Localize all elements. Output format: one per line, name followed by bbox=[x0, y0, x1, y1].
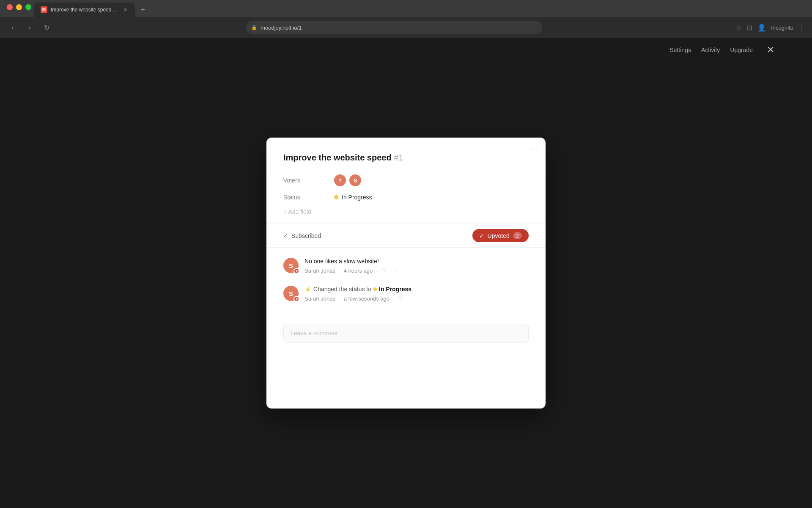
status-change-new-value: In Progress bbox=[379, 286, 411, 293]
modal-menu-button[interactable]: ··· bbox=[530, 144, 539, 153]
upvote-button[interactable]: ✓ Upvoted 2 bbox=[472, 229, 529, 242]
check-icon: ✓ bbox=[283, 232, 288, 239]
add-field-button[interactable]: + Add field bbox=[283, 208, 529, 215]
voters-value: ? S bbox=[334, 174, 361, 186]
minimize-traffic-light[interactable] bbox=[16, 4, 22, 10]
address-bar[interactable]: 🔒 moodjoy.nolt.io/1 bbox=[246, 21, 542, 34]
tab-favicon: M bbox=[41, 6, 47, 13]
tab-bar: M Improve the website speed · M... ✕ + bbox=[0, 0, 812, 17]
status-field-row: Status In Progress bbox=[283, 194, 529, 201]
heart-button[interactable]: ♡ bbox=[381, 267, 387, 274]
meta-separator: · bbox=[393, 295, 395, 302]
split-view-icon[interactable]: ⊡ bbox=[747, 24, 752, 32]
forward-button[interactable]: › bbox=[24, 22, 36, 33]
comment-item: S ★ No one likes a slow website! Sarah J… bbox=[283, 258, 529, 274]
issue-id: #1 bbox=[394, 153, 403, 162]
meta-separator: · bbox=[339, 295, 340, 302]
upvoted-label: Upvoted bbox=[488, 232, 510, 239]
more-options-icon[interactable]: ⋮ bbox=[798, 24, 805, 32]
status-value[interactable]: In Progress bbox=[334, 194, 372, 201]
browser-chrome: M Improve the website speed · M... ✕ + ‹… bbox=[0, 0, 812, 38]
heart-button[interactable]: ♡ bbox=[398, 295, 403, 302]
comment-author: Sarah Jonas bbox=[304, 295, 335, 302]
close-traffic-light[interactable] bbox=[7, 4, 13, 10]
omnibox-actions: ☆ ⊡ 👤 Incognito ⋮ bbox=[736, 24, 805, 32]
avatar-badge-icon: ★ bbox=[294, 296, 299, 302]
meta-separator: · bbox=[376, 268, 378, 274]
status-dot-sm-icon bbox=[373, 287, 377, 291]
meta-separator: · bbox=[339, 268, 340, 274]
meta-separator: · bbox=[390, 268, 392, 274]
voter-unknown-avatar[interactable]: ? bbox=[334, 174, 346, 186]
status-change-prefix: Changed the status to bbox=[313, 286, 371, 293]
tab-close-button[interactable]: ✕ bbox=[122, 6, 129, 13]
voters-label: Voters bbox=[283, 177, 334, 184]
lock-icon: 🔒 bbox=[251, 25, 257, 30]
comment-more-button[interactable]: ··· bbox=[395, 267, 400, 274]
profile-icon[interactable]: 👤 bbox=[757, 24, 766, 32]
comment-body: ⚡ Changed the status to In Progress Sara… bbox=[304, 286, 529, 302]
comment-body: No one likes a slow website! Sarah Jonas… bbox=[304, 258, 529, 274]
modal-overlay: ··· Improve the website speed #1 Voters … bbox=[0, 38, 812, 508]
comment-input-wrap bbox=[266, 324, 546, 356]
comment-input[interactable] bbox=[283, 324, 529, 342]
subscribed-label: Subscribed bbox=[291, 232, 321, 239]
status-dot-icon bbox=[334, 195, 338, 199]
action-bar: ✓ Subscribed ✓ Upvoted 2 bbox=[266, 224, 546, 248]
comment-item: S ★ ⚡ Changed the status to In Progress … bbox=[283, 286, 529, 302]
maximize-traffic-light[interactable] bbox=[25, 4, 31, 10]
incognito-label: Incognito bbox=[771, 25, 793, 31]
subscribed-button[interactable]: ✓ Subscribed bbox=[283, 232, 321, 239]
avatar-badge-icon: ★ bbox=[294, 268, 299, 274]
issue-title: Improve the website speed #1 bbox=[283, 153, 529, 163]
voter-s-avatar[interactable]: S bbox=[349, 174, 361, 186]
issue-modal: ··· Improve the website speed #1 Voters … bbox=[266, 138, 546, 409]
comment-text: No one likes a slow website! bbox=[304, 258, 529, 265]
status-text: In Progress bbox=[342, 194, 372, 201]
bookmark-icon[interactable]: ☆ bbox=[736, 24, 742, 32]
voters-field-row: Voters ? S bbox=[283, 174, 529, 186]
status-change-text: ⚡ Changed the status to In Progress bbox=[304, 286, 529, 293]
url-text: moodjoy.nolt.io/1 bbox=[261, 25, 537, 31]
comment-meta: Sarah Jonas · a few seconds ago · ♡ bbox=[304, 295, 529, 302]
comment-avatar-wrap: S ★ bbox=[283, 258, 299, 274]
modal-content: Improve the website speed #1 Voters ? S … bbox=[266, 138, 546, 215]
comment-avatar-wrap: S ★ bbox=[283, 286, 299, 302]
status-label: Status bbox=[283, 194, 334, 201]
comment-time: a few seconds ago bbox=[344, 295, 390, 302]
back-button[interactable]: ‹ bbox=[7, 22, 19, 33]
omnibox-bar: ‹ › ↻ 🔒 moodjoy.nolt.io/1 ☆ ⊡ 👤 Incognit… bbox=[0, 17, 812, 38]
upvote-count: 2 bbox=[513, 232, 522, 239]
new-tab-button[interactable]: + bbox=[137, 4, 149, 16]
comment-meta: Sarah Jonas · 4 hours ago · ♡ · ··· bbox=[304, 267, 529, 274]
comment-time: 4 hours ago bbox=[344, 268, 373, 274]
comments-section: S ★ No one likes a slow website! Sarah J… bbox=[266, 248, 546, 324]
lightning-icon: ⚡ bbox=[304, 286, 311, 293]
comment-author: Sarah Jonas bbox=[304, 268, 335, 274]
traffic-lights bbox=[7, 4, 31, 10]
check-upvote-icon: ✓ bbox=[479, 232, 484, 239]
reload-button[interactable]: ↻ bbox=[41, 22, 52, 33]
tab-title: Improve the website speed · M... bbox=[51, 7, 118, 13]
active-tab[interactable]: M Improve the website speed · M... ✕ bbox=[34, 3, 135, 17]
